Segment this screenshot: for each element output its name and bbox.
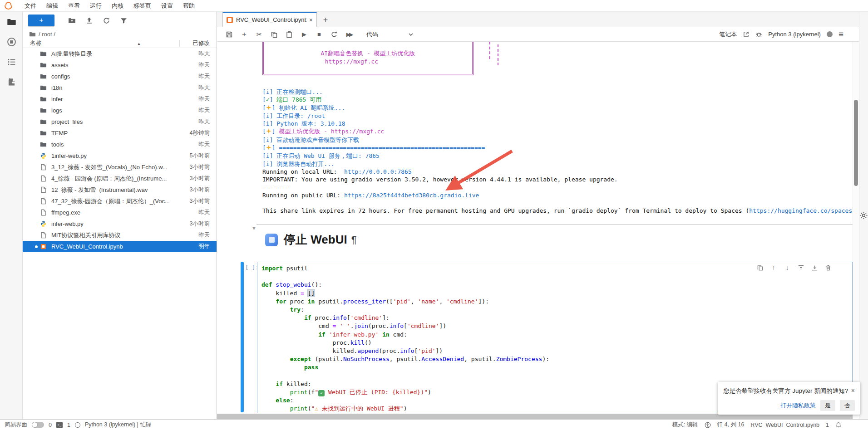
file-name: 4_徐薇 - 园游会 (原唱：周杰伦)_(Instrume... — [51, 175, 167, 183]
file-row[interactable]: i18n昨天 — [23, 82, 217, 93]
gear-icon[interactable] — [859, 12, 868, 419]
output-line: IMPORTANT: You are using gradio version … — [262, 176, 856, 183]
file-row[interactable]: logs昨天 — [23, 105, 217, 116]
paste-button[interactable] — [285, 30, 293, 39]
file-row[interactable]: 3_12_徐薇 - 发如雪_(Vocals)_(No Echo).w...3小时… — [23, 161, 217, 173]
editor-mode[interactable]: 模式: 编辑 — [672, 421, 698, 429]
column-name-header[interactable]: 名称 — [23, 39, 41, 47]
menu-设置[interactable]: 设置 — [156, 0, 178, 12]
notebook-tab[interactable]: RVC_WebUI_Control.ipynb × — [222, 12, 317, 27]
file-row[interactable]: RVC_WebUI_Control.ipynb明年 — [23, 241, 217, 252]
scrollbar-thumb[interactable] — [854, 100, 858, 186]
run-button[interactable]: ▶ — [300, 30, 308, 39]
file-modified: 昨天 — [198, 95, 217, 103]
open-in-new-icon[interactable] — [743, 31, 750, 38]
file-row[interactable]: 12_徐薇 - 发如雪_(Instrumental).wav3小时前 — [23, 184, 217, 195]
copy-button[interactable] — [270, 30, 278, 39]
run-all-button[interactable]: ▶▶ — [345, 30, 353, 39]
file-modified: 昨天 — [198, 118, 217, 126]
new-launcher-button[interactable]: + — [28, 15, 54, 26]
new-tab-button[interactable]: + — [319, 13, 332, 27]
menu-标签页[interactable]: 标签页 — [128, 0, 156, 12]
insert-cell-icon: + — [241, 31, 248, 38]
file-row[interactable]: AI批量转换目录昨天 — [23, 48, 217, 59]
heading-anchor-pilcrow[interactable]: ¶ — [351, 234, 357, 246]
code-line — [261, 372, 852, 380]
column-modified-header[interactable]: 已修改 — [193, 39, 210, 47]
file-row[interactable]: project_files昨天 — [23, 116, 217, 127]
kernels-count[interactable]: 1 — [67, 422, 70, 428]
save-button[interactable] — [225, 30, 233, 39]
kernel-name[interactable]: Python 3 (ipykernel) — [768, 31, 821, 38]
menu-运行[interactable]: 运行 — [85, 0, 107, 12]
no-button[interactable]: 否 — [840, 400, 855, 411]
insert-cell-below-button[interactable] — [811, 264, 818, 271]
table-of-contents-tab[interactable] — [0, 52, 23, 72]
menu-帮助[interactable]: 帮助 — [178, 0, 200, 12]
move-cell-down-button[interactable]: ↓ — [784, 264, 791, 271]
file-modified: 明年 — [198, 243, 217, 250]
notebook-scrollbar[interactable] — [853, 42, 859, 419]
yes-button[interactable]: 是 — [820, 400, 835, 411]
cell-type-dropdown[interactable]: 代码 — [366, 30, 414, 39]
file-row[interactable]: 1infer-web.py5小时前 — [23, 150, 217, 161]
banner-dash-decoration — [498, 44, 498, 65]
menu-编辑[interactable]: 编辑 — [41, 0, 63, 12]
folder-icon — [40, 62, 47, 68]
running-sessions-tab[interactable] — [0, 32, 23, 52]
file-row[interactable]: MIT协议暨相关引用库协议昨天 — [23, 230, 217, 241]
activity-bar — [0, 12, 23, 419]
file-row[interactable]: infer-web.py3小时前 — [23, 218, 217, 230]
notifications-count[interactable]: 1 — [826, 422, 829, 428]
file-browser-tab[interactable] — [0, 12, 23, 32]
file-row[interactable]: infer昨天 — [23, 93, 217, 105]
section-collapse-icon[interactable]: ▼ — [252, 225, 256, 231]
restart-button[interactable] — [330, 30, 338, 39]
new-folder-button[interactable] — [68, 17, 76, 24]
file-browser-toolbar: + — [23, 12, 217, 29]
hamburger-menu-icon[interactable]: ≡ — [838, 29, 843, 39]
output-url[interactable]: http://0.0.0.0:7865 — [344, 168, 412, 175]
file-row[interactable]: tools昨天 — [23, 139, 217, 150]
accessibility-icon[interactable] — [705, 422, 711, 428]
terminals-count[interactable]: 0 — [49, 422, 52, 428]
tab-close-icon[interactable]: × — [309, 16, 313, 24]
active-file-name[interactable]: RVC_WebUI_Control.ipynb — [750, 422, 819, 428]
output-url[interactable]: https://huggingface.co/spaces — [749, 207, 852, 214]
extensions-tab[interactable] — [0, 72, 23, 92]
file-row[interactable]: assets昨天 — [23, 59, 217, 71]
insert-cell-above-button[interactable] — [797, 264, 804, 271]
file-row[interactable]: 4_徐薇 - 园游会 (原唱：周杰伦)_(Instrume...3小时前 — [23, 173, 217, 184]
menu-文件[interactable]: 文件 — [20, 0, 41, 12]
bug-icon[interactable] — [755, 31, 762, 38]
output-line — [262, 199, 856, 207]
cell-collapser-bar[interactable] — [241, 262, 244, 412]
move-cell-up-button[interactable]: ↑ — [770, 264, 777, 271]
insert-cell-button[interactable]: + — [240, 30, 248, 39]
filter-button[interactable] — [120, 17, 128, 24]
delete-cell-button[interactable] — [824, 264, 832, 271]
cut-button[interactable]: ✂ — [255, 30, 263, 39]
stop-button[interactable]: ■ — [315, 30, 323, 39]
refresh-button[interactable] — [103, 17, 110, 24]
breadcrumb[interactable]: / root / — [23, 29, 217, 39]
output-url[interactable]: https://8a25f44f4befd380cb.gradio.live — [344, 192, 479, 199]
kernel-status-text[interactable]: Python 3 (ipykernel) | 忙碌 — [85, 421, 151, 429]
simple-mode-toggle[interactable] — [32, 422, 44, 428]
sort-ascending-icon[interactable]: ▲ — [137, 42, 141, 46]
code-line: def stop_webui(): — [261, 281, 852, 289]
menu-内核[interactable]: 内核 — [107, 0, 128, 12]
file-row[interactable]: TEMP4秒钟前 — [23, 127, 217, 139]
cell-separator-rule — [256, 224, 853, 225]
file-row[interactable]: configs昨天 — [23, 71, 217, 82]
file-row[interactable]: ffmpeg.exe昨天 — [23, 207, 217, 218]
duplicate-cell-button[interactable] — [756, 264, 764, 271]
menu-查看[interactable]: 查看 — [63, 0, 85, 12]
upload-button[interactable] — [85, 17, 93, 24]
close-icon[interactable]: × — [851, 387, 855, 395]
privacy-policy-link[interactable]: 打开隐私政策 — [780, 401, 816, 410]
markdown-heading-cell[interactable]: 停止 WebUI ¶ — [265, 232, 356, 248]
cursor-position[interactable]: 行 4, 列 16 — [717, 421, 745, 429]
file-row[interactable]: 47_32_徐薇-园游会（原唱：周杰伦）_(Voc...3小时前 — [23, 195, 217, 207]
bell-icon[interactable] — [835, 422, 842, 428]
